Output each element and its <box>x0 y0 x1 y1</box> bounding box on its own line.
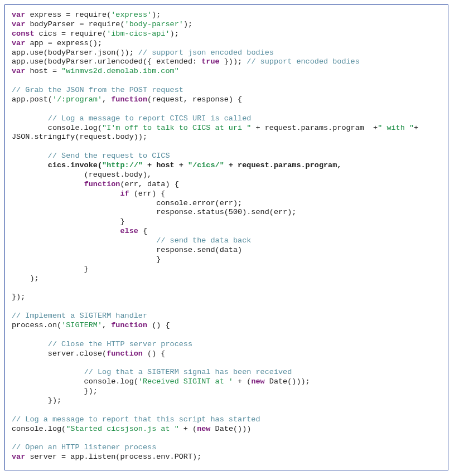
code-token: + ( <box>233 377 251 386</box>
code-token: process.on( <box>12 321 61 329</box>
code-token: + request.params.program, <box>224 161 342 169</box>
code-token: console.log( <box>12 124 102 132</box>
code-token: 'ibm-cics-api' <box>107 30 170 38</box>
code-token: // Send the request to CICS <box>48 152 170 160</box>
code-line: JSON.stringify(request.body)); <box>12 133 441 142</box>
code-token: (request, response) { <box>147 95 242 104</box>
code-token: function <box>107 349 143 358</box>
code-token: + <box>414 124 423 132</box>
code-token: , <box>102 321 111 329</box>
code-line: // send the data back <box>12 236 441 246</box>
code-line: }); <box>12 387 441 396</box>
code-line: console.error(err); <box>12 199 441 208</box>
code-line <box>12 434 441 443</box>
code-line: var bodyParser = require('body-parser'); <box>12 20 441 30</box>
code-token <box>12 236 156 245</box>
code-token: response.status(500).send(err); <box>12 208 296 216</box>
code-token <box>12 227 120 235</box>
code-token: app.use(bodyParser.json()); <box>12 48 138 57</box>
code-token: host = <box>30 67 61 75</box>
code-line: console.log("Started cicsjson.js at " + … <box>12 425 441 434</box>
code-token: var <box>12 39 30 47</box>
code-token: (request.body), <box>12 171 152 179</box>
code-token: (err, data) { <box>120 180 178 188</box>
code-token: } <box>12 217 125 226</box>
code-token: " with " <box>378 124 414 132</box>
code-line <box>12 331 441 340</box>
code-token <box>12 190 120 198</box>
code-line: server.close(function () { <box>12 349 441 359</box>
code-token: (err) { <box>129 190 166 198</box>
code-line: console.log("I'm off to talk to CICS at … <box>12 124 441 133</box>
code-line <box>12 283 441 293</box>
code-line: app.use(bodyParser.json()); // support j… <box>12 48 441 58</box>
code-line <box>12 76 441 86</box>
code-token: ); <box>12 274 39 283</box>
code-line: // Log a message to report that this scr… <box>12 415 441 425</box>
code-token: var <box>12 11 30 19</box>
code-token: 'Received SIGINT at ' <box>138 377 233 386</box>
code-token: "/cics/" <box>188 161 224 169</box>
code-token: { <box>138 227 147 235</box>
code-token <box>12 161 48 169</box>
code-token: function <box>111 321 147 329</box>
code-token: cics.invoke( <box>48 161 102 169</box>
code-line: response.status(500).send(err); <box>12 208 441 217</box>
code-line: const cics = require('ibm-cics-api'); <box>12 30 441 39</box>
code-line: }); <box>12 396 441 406</box>
code-token: app.post( <box>12 95 52 104</box>
code-token: // Log a message to report that this scr… <box>12 415 260 424</box>
code-token: server.close( <box>12 349 107 358</box>
code-line: } <box>12 217 441 227</box>
code-token: // Implement a SIGTERM handler <box>12 312 147 320</box>
code-token: Date())); <box>265 377 310 386</box>
code-token: bodyParser = require( <box>30 20 124 28</box>
code-token: new <box>251 377 264 386</box>
code-line: // Grab the JSON from the POST request <box>12 86 441 95</box>
code-line <box>12 105 441 114</box>
code-token: "http://" <box>102 161 143 169</box>
code-line: var server = app.listen(process.env.PORT… <box>12 453 441 462</box>
code-line: if (err) { <box>12 190 441 199</box>
code-token: function <box>111 95 147 104</box>
code-token: var <box>12 67 30 75</box>
code-line: ); <box>12 274 441 284</box>
code-token: // send the data back <box>156 236 251 245</box>
code-line: cics.invoke("http://" + host + "/cics/" … <box>12 161 441 171</box>
code-token: ); <box>183 20 192 28</box>
code-token: }); <box>12 387 98 395</box>
code-line: process.on('SIGTERM', function () { <box>12 321 441 331</box>
code-token: , <box>102 95 111 104</box>
code-token: // support encoded bodies <box>246 57 360 66</box>
code-token: app = express(); <box>30 39 102 47</box>
code-line: else { <box>12 227 441 236</box>
code-token: // Grab the JSON from the POST request <box>12 86 183 94</box>
code-line: // Log that a SIGTERM signal has been re… <box>12 368 441 377</box>
code-line: response.send(data) <box>12 246 441 255</box>
code-token <box>12 180 84 188</box>
code-token: ); <box>152 11 161 19</box>
code-token: app.use(bodyParser.urlencoded({ extended… <box>12 57 201 66</box>
code-token: true <box>201 57 219 66</box>
code-token: console.log( <box>12 377 138 386</box>
code-token: ); <box>170 30 179 38</box>
code-line: (request.body), <box>12 171 441 180</box>
code-token: () { <box>147 321 170 329</box>
code-line: // Log a message to report CICS URI is c… <box>12 114 441 124</box>
code-line: app.post('/:program', function(request, … <box>12 95 441 105</box>
code-token: const <box>12 30 39 38</box>
code-token: // Close the HTTP server process <box>48 340 192 348</box>
code-token: cics = require( <box>39 30 107 38</box>
code-token: "winmvs2d.demolab.ibm.com" <box>61 67 179 75</box>
code-token: // Log that a SIGTERM signal has been re… <box>84 368 292 376</box>
code-line <box>12 406 441 415</box>
code-token: + ( <box>179 425 197 433</box>
code-token: server = app.listen(process.env.PORT); <box>30 453 201 461</box>
code-token: } <box>12 255 161 264</box>
code-token: "I'm off to talk to CICS at uri " <box>102 124 251 132</box>
code-token: JSON.stringify(request.body)); <box>12 133 147 141</box>
code-line: // Open an HTTP listener process <box>12 443 441 453</box>
code-snippet: var express = require('express');var bod… <box>4 4 448 470</box>
code-token: 'express' <box>111 11 152 19</box>
code-token: })); <box>220 57 247 66</box>
